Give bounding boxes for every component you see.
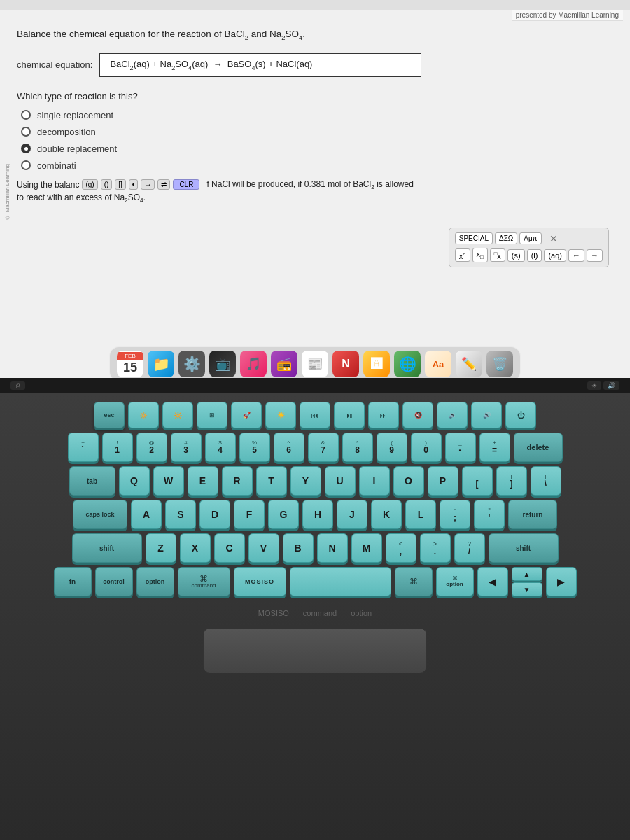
key-mosiso[interactable]: MOSISO	[234, 567, 286, 596]
key-S[interactable]: S	[165, 500, 196, 529]
key-period[interactable]: > .	[420, 533, 451, 563]
dock-item-music[interactable]: 🎵	[240, 351, 267, 377]
key-quote[interactable]: " '	[474, 500, 505, 529]
key-shift-right[interactable]: shift	[489, 533, 559, 563]
key-N[interactable]: N	[317, 533, 348, 563]
key-1[interactable]: ! 1	[102, 433, 133, 462]
key-J[interactable]: J	[337, 500, 368, 529]
toolbar-close[interactable]: ✕	[550, 233, 558, 244]
key-f6[interactable]: ⏮	[300, 402, 330, 428]
toolbar-tab-delta[interactable]: ΔΣΩ	[495, 232, 517, 244]
key-f10[interactable]: 🔉	[437, 402, 468, 428]
toolbar-tab-lambda[interactable]: Λμπ	[519, 232, 541, 244]
dock-item-podcast[interactable]: 📻	[271, 351, 298, 377]
key-6[interactable]: ^ 6	[274, 433, 304, 462]
key-f9[interactable]: 🔇	[402, 402, 433, 428]
key-arrow-right[interactable]: ▶	[546, 567, 577, 596]
dock-calendar[interactable]: FEB 15	[117, 351, 144, 377]
using-btn-equil[interactable]: ⇌	[158, 179, 170, 190]
key-5[interactable]: % 5	[239, 433, 270, 462]
key-7[interactable]: & 7	[308, 433, 339, 462]
key-E[interactable]: E	[188, 466, 218, 496]
key-backtick[interactable]: ~ `	[68, 433, 99, 462]
key-R[interactable]: R	[222, 466, 253, 496]
key-4[interactable]: $ 4	[205, 433, 236, 462]
key-capslock[interactable]: caps lock	[73, 500, 127, 529]
key-arrow-left[interactable]: ◀	[477, 567, 508, 596]
toolbar-btn-l[interactable]: (l)	[527, 249, 542, 262]
option-double[interactable]: double replacement	[21, 144, 623, 154]
using-btn-bullet[interactable]: •	[129, 179, 139, 190]
key-command-left[interactable]: ⌘ command	[178, 567, 230, 596]
key-F[interactable]: F	[234, 500, 265, 529]
key-control[interactable]: control	[95, 567, 133, 596]
key-U[interactable]: U	[325, 466, 356, 496]
key-Z[interactable]: Z	[146, 533, 176, 563]
toolbar-btn-right[interactable]: →	[587, 249, 603, 262]
key-P[interactable]: P	[428, 466, 458, 496]
key-power[interactable]: ⏻	[505, 402, 536, 428]
key-H[interactable]: H	[302, 500, 333, 529]
key-f1[interactable]: 🔅	[128, 402, 159, 428]
key-T[interactable]: T	[256, 466, 287, 496]
key-C[interactable]: C	[214, 533, 245, 563]
option-single[interactable]: single replacement	[21, 110, 623, 120]
dock-item-pen[interactable]: ✏️	[456, 351, 482, 377]
option-decomp[interactable]: decomposition	[21, 127, 623, 137]
key-lbracket[interactable]: { [	[462, 466, 493, 496]
key-slash[interactable]: ? /	[454, 533, 485, 563]
toolbar-btn-xpow[interactable]: □x	[490, 248, 505, 262]
toolbar-btn-aq[interactable]: (aq)	[544, 249, 566, 262]
key-esc[interactable]: esc	[94, 402, 125, 428]
key-space[interactable]	[290, 567, 391, 596]
key-return[interactable]: return	[508, 500, 557, 529]
key-D[interactable]: D	[200, 500, 230, 529]
key-V[interactable]: V	[248, 533, 279, 563]
key-arrow-up[interactable]: ▲	[512, 567, 542, 581]
key-command-center[interactable]: ⌘	[395, 567, 433, 596]
key-rbracket[interactable]: } ]	[496, 466, 527, 496]
dock-item-settings[interactable]: ⚙️	[178, 351, 205, 377]
key-minus[interactable]: _ -	[445, 433, 476, 462]
dock-item-news[interactable]: 📰	[302, 351, 328, 377]
key-f3[interactable]: ⊞	[197, 402, 227, 428]
key-8[interactable]: * 8	[342, 433, 373, 462]
toolbar-btn-left[interactable]: ←	[568, 249, 584, 262]
key-f11[interactable]: 🔊	[471, 402, 502, 428]
key-M[interactable]: M	[351, 533, 382, 563]
key-X[interactable]: X	[180, 533, 211, 563]
dock-item-trash[interactable]: 🗑️	[486, 351, 513, 377]
key-G[interactable]: G	[268, 500, 299, 529]
key-command-row[interactable]: ⌘ option	[436, 567, 474, 596]
key-A[interactable]: A	[131, 500, 162, 529]
option-combinati[interactable]: combinati SPECIAL ΔΣΩ Λμπ ✕ xa x□ □x	[21, 160, 623, 171]
using-btn-paren[interactable]: ()	[101, 179, 113, 190]
dock-item-A[interactable]: 🅰	[363, 351, 390, 377]
toolbar-btn-s[interactable]: (s)	[507, 249, 525, 262]
key-3[interactable]: # 3	[171, 433, 202, 462]
key-L[interactable]: L	[405, 500, 436, 529]
using-btn-bracket[interactable]: []	[115, 179, 126, 190]
toolbar-btn-xsub[interactable]: x□	[472, 248, 488, 262]
key-I[interactable]: I	[359, 466, 390, 496]
key-Y[interactable]: Y	[290, 466, 321, 496]
key-W[interactable]: W	[153, 466, 184, 496]
key-f2[interactable]: 🔆	[162, 402, 193, 428]
key-f7[interactable]: ⏯	[334, 402, 365, 428]
dock-item-tv[interactable]: 📺	[209, 351, 236, 377]
clr-button[interactable]: CLR	[173, 179, 200, 190]
key-0[interactable]: ) 0	[411, 433, 442, 462]
key-tab[interactable]: tab	[69, 466, 115, 496]
using-btn-arrow[interactable]: →	[141, 179, 155, 190]
key-option-left[interactable]: option	[136, 567, 174, 596]
key-comma[interactable]: < ,	[386, 533, 416, 563]
touchpad[interactable]	[203, 628, 427, 673]
key-backslash[interactable]: | \	[531, 466, 561, 496]
key-B[interactable]: B	[283, 533, 314, 563]
toolbar-tab-special[interactable]: SPECIAL	[455, 232, 493, 244]
key-f8[interactable]: ⏭	[368, 402, 399, 428]
key-shift-left[interactable]: shift	[72, 533, 142, 563]
key-f4[interactable]: 🚀	[231, 402, 262, 428]
dock-item-aa[interactable]: Aa	[425, 351, 451, 377]
using-btn-g[interactable]: (g)	[82, 179, 97, 190]
